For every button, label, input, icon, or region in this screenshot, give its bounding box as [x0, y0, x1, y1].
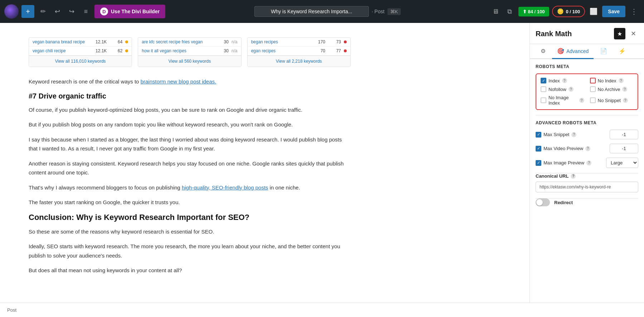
- topbar: + ✏ ↩ ↪ ≡ D Use The Divi Builder · Post …: [0, 0, 644, 23]
- brainstorm-link[interactable]: brainstorm new blog post ideas.: [141, 78, 216, 85]
- main-area: vegan banana bread recipe 12.1K 64 vegan…: [0, 23, 644, 303]
- no-index-checkbox[interactable]: [590, 78, 596, 83]
- canonical-url-label: Canonical URL ?: [536, 173, 638, 179]
- no-index-col: No Index ?: [590, 78, 634, 83]
- robots-row-3: No Image Index ? No Snippet ?: [541, 95, 633, 106]
- max-video-preview-checkbox[interactable]: ✓: [536, 146, 541, 152]
- keyword-score: 77: [328, 48, 341, 53]
- undo-button[interactable]: ↩: [52, 6, 63, 17]
- add-new-button[interactable]: +: [21, 5, 34, 18]
- rank-math-tabs: ⚙ 🎯 Advanced 📄 ⚡: [530, 44, 644, 59]
- more-options-button[interactable]: ⋮: [628, 6, 640, 17]
- canonical-url-section: Canonical URL ?: [530, 173, 644, 198]
- keyword-link[interactable]: vegan banana bread recipe: [33, 39, 91, 44]
- keyword-link[interactable]: egan recipes: [251, 48, 309, 53]
- no-snippet-col: No Snippet ?: [590, 97, 634, 103]
- keyword-score-na: n/a: [231, 39, 238, 44]
- star-button[interactable]: ★: [614, 28, 625, 39]
- paragraph-random-topic: But if you publish blog posts on any ran…: [29, 120, 351, 129]
- max-image-preview-row: ✓ Max Image Preview ? None Standard Larg…: [536, 158, 638, 168]
- heading-conclusion: Conclusion: Why is Keyword Research Impo…: [29, 213, 351, 222]
- sidebar-toggle-button[interactable]: ⬜: [588, 6, 599, 17]
- preview-button[interactable]: ⧉: [504, 6, 516, 17]
- tab-schema[interactable]: 📄: [595, 44, 612, 59]
- divi-builder-button[interactable]: D Use The Divi Builder: [94, 5, 165, 18]
- max-snippet-input[interactable]: [610, 130, 638, 139]
- redo-button[interactable]: ↪: [66, 6, 77, 17]
- credits-score-button[interactable]: 🪙 0 / 100: [552, 6, 585, 17]
- max-image-preview-select[interactable]: None Standard Large: [606, 158, 638, 168]
- score-icon: ⬆: [523, 9, 527, 14]
- tab-advanced-label: Advanced: [566, 48, 589, 54]
- seo-friendly-link[interactable]: high-quality, SEO-friendly blog posts: [182, 184, 268, 191]
- seo-score-button[interactable]: ⬆ 84 / 100: [518, 7, 549, 16]
- keyword-tables: vegan banana bread recipe 12.1K 64 vegan…: [29, 37, 351, 67]
- max-image-preview-checkbox[interactable]: ✓: [536, 160, 541, 166]
- table-row: began recipes 170 73: [248, 38, 350, 47]
- paragraph-organic-traffic: Of course, if you publish keyword-optimi…: [29, 105, 351, 115]
- close-button[interactable]: ✕: [628, 29, 638, 39]
- keyword-table-3: began recipes 170 73 egan recipes 70 77 …: [247, 37, 351, 67]
- no-archive-label: No Archive: [598, 87, 620, 92]
- max-snippet-checkbox[interactable]: ✓: [536, 132, 541, 138]
- content-area: vegan banana bread recipe 12.1K 64 vegan…: [0, 23, 530, 303]
- redirect-label: Redirect: [554, 200, 573, 205]
- topbar-right: 🖥 ⧉ ⬆ 84 / 100 🪙 0 / 100 ⬜ Save ⋮: [490, 6, 640, 17]
- max-image-preview-help[interactable]: ?: [586, 160, 591, 165]
- view-all-keywords-button-3[interactable]: View all 2,218 keywords: [248, 56, 350, 67]
- rank-math-header: Rank Math ★ ✕: [530, 23, 644, 44]
- coin-icon: 🪙: [557, 8, 564, 15]
- max-image-preview-label-group: ✓ Max Image Preview ?: [536, 160, 603, 166]
- no-index-help[interactable]: ?: [619, 78, 624, 83]
- keyboard-shortcut: ⌘K: [387, 8, 401, 15]
- tab-advanced[interactable]: 🎯 Advanced: [552, 44, 594, 59]
- redirect-section: Redirect: [530, 198, 644, 212]
- keyword-link[interactable]: are kfc secret recipe fries vegan: [142, 39, 213, 44]
- keyword-table-2: are kfc secret recipe fries vegan 30 n/a…: [138, 37, 241, 67]
- no-archive-checkbox[interactable]: [590, 86, 596, 92]
- nofollow-checkbox[interactable]: [541, 86, 546, 92]
- no-snippet-help[interactable]: ?: [623, 98, 628, 103]
- menu-button[interactable]: ≡: [80, 6, 92, 17]
- score-dot-orange: [125, 49, 128, 52]
- view-all-keywords-button[interactable]: View all 116,010 keywords: [29, 56, 132, 67]
- max-video-preview-input[interactable]: [610, 144, 638, 153]
- desktop-view-button[interactable]: 🖥: [490, 6, 501, 17]
- post-title-input[interactable]: [254, 6, 369, 17]
- keyword-score: 64: [109, 39, 122, 44]
- max-video-preview-label: Max Video Preview: [543, 146, 583, 151]
- edit-icon-button[interactable]: ✏: [37, 6, 49, 17]
- table-row: egan recipes 70 77: [248, 47, 350, 56]
- table-row: vegan banana bread recipe 12.1K 64: [29, 38, 132, 47]
- no-image-index-checkbox[interactable]: [541, 97, 546, 103]
- canonical-url-help[interactable]: ?: [571, 174, 576, 179]
- max-snippet-help[interactable]: ?: [571, 132, 576, 137]
- index-col: ✓ Index ?: [541, 78, 584, 83]
- title-area: · Post ⌘K: [168, 6, 487, 17]
- index-checkbox[interactable]: ✓: [541, 78, 546, 83]
- score-dot-red: [344, 49, 347, 52]
- redirect-toggle[interactable]: [536, 198, 550, 206]
- bottom-bar: Post: [0, 303, 644, 317]
- canonical-url-input[interactable]: [536, 182, 638, 192]
- keyword-link[interactable]: how it all vegan recipes: [142, 48, 213, 53]
- max-video-preview-help[interactable]: ?: [585, 146, 590, 151]
- robots-meta-grid: ✓ Index ? No Index ? Nofollow ?: [536, 73, 638, 110]
- view-all-keywords-button-2[interactable]: View all 560 keywords: [138, 56, 241, 67]
- site-logo: [4, 4, 19, 19]
- robots-row-1: ✓ Index ? No Index ?: [541, 78, 633, 83]
- robots-meta-section: ROBOTS META ✓ Index ? No Index ?: [530, 59, 644, 115]
- toggle-knob: [536, 199, 543, 206]
- max-video-preview-label-group: ✓ Max Video Preview ?: [536, 146, 607, 152]
- tab-settings[interactable]: ⚙: [536, 44, 551, 59]
- tab-social[interactable]: ⚡: [614, 44, 631, 59]
- save-button[interactable]: Save: [602, 6, 625, 17]
- keyword-link[interactable]: vegan chili recipe: [33, 48, 91, 53]
- no-archive-help[interactable]: ?: [622, 87, 627, 92]
- nofollow-help[interactable]: ?: [569, 87, 574, 92]
- no-image-index-help[interactable]: ?: [579, 98, 584, 103]
- no-snippet-checkbox[interactable]: [590, 97, 596, 103]
- keyword-link[interactable]: began recipes: [251, 39, 309, 44]
- index-help[interactable]: ?: [562, 78, 567, 83]
- keyword-volume: 70: [312, 48, 325, 53]
